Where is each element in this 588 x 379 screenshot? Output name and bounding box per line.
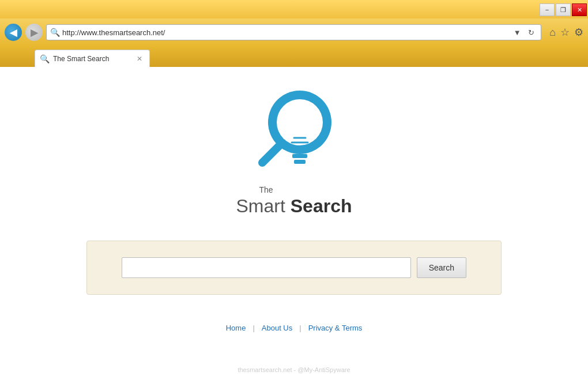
search-input[interactable] [122,257,411,278]
address-search-icon: 🔍 [50,28,60,37]
back-icon: ◀ [10,27,17,38]
window-controls: − ❐ ✕ [540,3,587,16]
svg-rect-2 [291,148,309,152]
tab-favicon: 🔍 [40,54,50,63]
address-bar[interactable]: 🔍 ▼ ↻ [46,24,541,40]
logo-container: The Smart Search [236,79,352,217]
forward-icon: ▶ [31,27,37,38]
refresh-button[interactable]: ↻ [525,26,537,39]
footer-sep-1: | [252,324,254,332]
logo-the: The [259,185,352,195]
tab-close-button[interactable]: ✕ [134,54,145,64]
address-search-button[interactable]: ▼ [511,26,523,39]
back-button[interactable]: ◀ [5,24,22,41]
favorites-icon[interactable]: ☆ [560,26,570,39]
browser-window: − ❐ ✕ ◀ ▶ 🔍 ▼ ↻ ⌂ ☆ ⚙ 🔍 The S [0,0,588,379]
privacy-link[interactable]: Privacy & Terms [308,324,363,332]
address-buttons: ▼ ↻ [511,26,537,39]
svg-rect-4 [294,160,306,164]
tab-label: The Smart Search [53,55,109,63]
search-container: Search [86,241,502,295]
settings-icon[interactable]: ⚙ [574,26,583,39]
logo-text: The Smart Search [236,185,352,217]
close-button[interactable]: ✕ [572,3,587,16]
active-tab[interactable]: 🔍 The Smart Search ✕ [35,50,150,67]
footer-sep-2: | [299,324,301,332]
titlebar: − ❐ ✕ [0,0,588,18]
about-link[interactable]: About Us [262,324,292,332]
logo-smart: Smart [236,196,291,216]
watermark: thesmartsearch.net - @My-AntiSpyware [238,366,350,373]
logo-svg [236,79,352,183]
minimize-button[interactable]: − [540,3,555,16]
home-icon[interactable]: ⌂ [549,27,556,39]
home-link[interactable]: Home [226,324,246,332]
restore-button[interactable]: ❐ [556,3,571,16]
browser-toolbar: ◀ ▶ 🔍 ▼ ↻ ⌂ ☆ ⚙ [0,18,588,46]
forward-button[interactable]: ▶ [25,24,43,41]
toolbar-icons: ⌂ ☆ ⚙ [549,26,583,39]
address-input[interactable] [62,28,508,37]
svg-line-5 [262,145,280,163]
search-button[interactable]: Search [417,257,466,278]
svg-rect-3 [292,154,307,158]
logo-search-word: Search [291,196,352,216]
page-content: The Smart Search Search Home | About Us … [0,67,588,379]
footer-links: Home | About Us | Privacy & Terms [226,324,363,332]
tabbar: 🔍 The Smart Search ✕ [0,46,588,67]
